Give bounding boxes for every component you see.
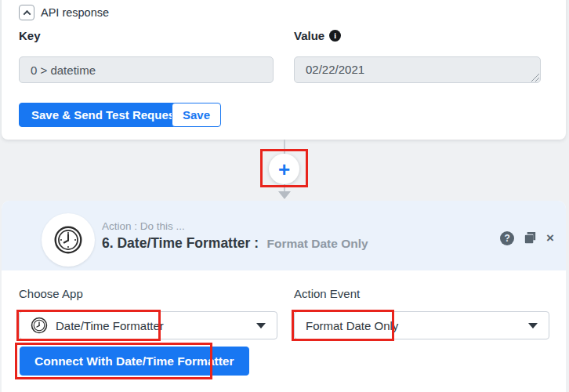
value-textarea[interactable]: 02/22/2021 xyxy=(294,56,541,83)
info-icon[interactable]: i xyxy=(329,30,341,42)
step-subtitle: Format Date Only xyxy=(266,237,368,250)
clock-icon xyxy=(53,225,83,255)
add-step-button[interactable]: + xyxy=(269,154,299,184)
chevron-up-icon xyxy=(23,9,31,17)
choose-app-dropdown[interactable]: Date/Time Formatter xyxy=(19,311,277,339)
collapse-toggle-button[interactable] xyxy=(19,5,34,20)
choose-app-label: Choose App xyxy=(19,287,83,300)
action-event-value: Format Date Only xyxy=(306,319,398,332)
step-title-row: 6. Date/Time Formatter : Format Date Onl… xyxy=(102,235,368,252)
key-input[interactable] xyxy=(19,56,274,83)
duplicate-icon[interactable] xyxy=(523,230,538,245)
save-send-test-request-button[interactable]: Save & Send Test Request xyxy=(19,103,191,127)
connect-button[interactable]: Connect With Date/Time Formatter xyxy=(20,347,249,376)
plus-icon: + xyxy=(278,159,290,180)
save-button[interactable]: Save xyxy=(172,103,221,127)
chevron-down-icon xyxy=(528,323,538,328)
action-step-card: Action : Do this ... 6. Date/Time Format… xyxy=(2,201,566,392)
value-label: Value i xyxy=(294,29,341,42)
key-label: Key xyxy=(19,29,41,42)
app-avatar xyxy=(42,213,95,267)
api-response-title: API response xyxy=(41,6,109,19)
action-step-header: Action : Do this ... 6. Date/Time Format… xyxy=(2,201,566,270)
action-event-dropdown[interactable]: Format Date Only xyxy=(294,311,549,339)
help-icon[interactable]: ? xyxy=(500,231,514,245)
step-header-actions: ? × xyxy=(500,230,554,245)
clock-icon xyxy=(31,317,48,334)
value-label-text: Value xyxy=(294,29,324,42)
action-event-label: Action Event xyxy=(294,287,360,300)
action-kicker: Action : Do this ... xyxy=(102,220,185,232)
close-icon[interactable]: × xyxy=(546,231,554,245)
choose-app-value: Date/Time Formatter xyxy=(56,319,164,332)
api-response-card: API response Key Value i 02/22/2021 Save… xyxy=(2,0,566,140)
chevron-down-icon xyxy=(256,323,266,328)
step-title: 6. Date/Time Formatter : xyxy=(102,235,259,251)
arrow-down-icon xyxy=(278,191,291,199)
